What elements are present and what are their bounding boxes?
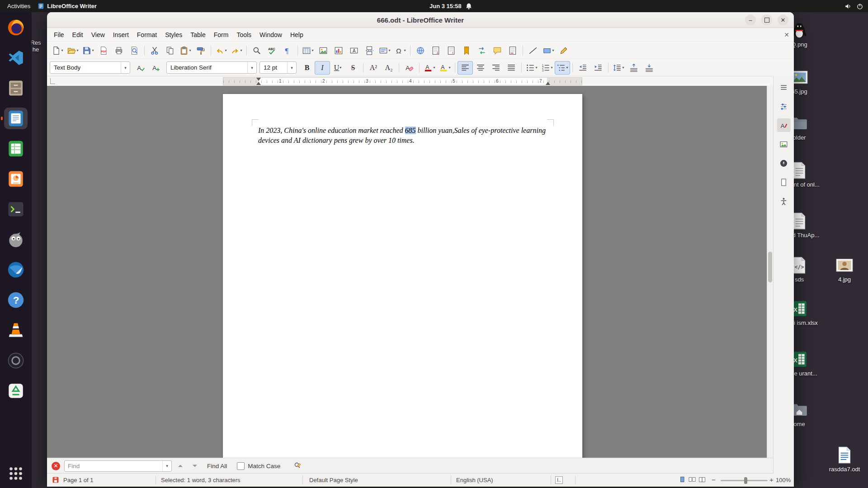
highlight-color-button[interactable]: A▾ bbox=[437, 61, 453, 75]
export-pdf-button[interactable]: PDF bbox=[96, 44, 111, 57]
scrollbar-thumb[interactable] bbox=[768, 252, 772, 282]
minimize-button[interactable]: – bbox=[745, 14, 756, 25]
redo-button[interactable]: ▾ bbox=[229, 44, 244, 57]
line-spacing-button[interactable]: ▾ bbox=[611, 61, 626, 75]
numbered-list-dropdown-arrow[interactable]: ▾ bbox=[551, 66, 552, 70]
menu-file[interactable]: File bbox=[50, 29, 68, 40]
insert-field-button[interactable]: ▾ bbox=[377, 44, 392, 57]
single-page-view-button[interactable] bbox=[678, 476, 686, 484]
font-size-select[interactable]: 12 pt▾ bbox=[259, 61, 297, 74]
dock-firefox[interactable] bbox=[4, 17, 28, 38]
activities-button[interactable]: Activities bbox=[0, 0, 38, 12]
text-language[interactable]: English (USA) bbox=[456, 477, 493, 483]
increase-indent-button[interactable] bbox=[590, 61, 606, 75]
multi-page-view-button[interactable] bbox=[688, 476, 696, 484]
insert-table-dropdown-arrow[interactable]: ▾ bbox=[311, 48, 313, 52]
print-preview-button[interactable] bbox=[127, 44, 142, 57]
dock-gimp[interactable] bbox=[4, 229, 28, 250]
zoom-in-button[interactable]: + bbox=[769, 476, 774, 483]
new-document-dropdown-arrow[interactable]: ▾ bbox=[61, 48, 63, 52]
document-page[interactable]: In 2023, China's online education market… bbox=[223, 94, 582, 458]
menu-format[interactable]: Format bbox=[133, 29, 161, 40]
titlebar[interactable]: 666.odt - LibreOffice Writer – ✕ bbox=[47, 12, 794, 28]
find-and-replace-button[interactable] bbox=[292, 460, 304, 472]
paste-dropdown-arrow[interactable]: ▾ bbox=[189, 48, 191, 52]
close-document-button[interactable]: ✕ bbox=[784, 31, 789, 38]
insert-textbox-button[interactable]: A bbox=[346, 44, 362, 57]
paragraph-style-select[interactable]: Text Body▾ bbox=[50, 61, 130, 74]
dock-thunderbird[interactable] bbox=[4, 259, 28, 281]
align-justify-button[interactable] bbox=[504, 61, 519, 75]
vertical-scrollbar[interactable] bbox=[767, 86, 773, 458]
insert-field-dropdown-arrow[interactable]: ▾ bbox=[388, 48, 390, 52]
undo-button[interactable]: ▾ bbox=[213, 44, 229, 57]
menu-edit[interactable]: Edit bbox=[68, 29, 87, 40]
align-center-button[interactable] bbox=[473, 61, 488, 75]
sidebar-styles-button[interactable]: A bbox=[777, 118, 791, 132]
print-button[interactable] bbox=[111, 44, 127, 57]
menu-tools[interactable]: Tools bbox=[232, 29, 255, 40]
font-color-dropdown-arrow[interactable]: ▾ bbox=[433, 66, 435, 70]
insert-line-button[interactable] bbox=[525, 44, 541, 57]
desktop-icon-image2[interactable]: 4.jpg bbox=[823, 256, 866, 283]
paragraph[interactable]: In 2023, China's online education market… bbox=[258, 126, 548, 145]
insert-chart-button[interactable] bbox=[331, 44, 346, 57]
menu-table[interactable]: Table bbox=[186, 29, 209, 40]
footnote-button[interactable]: 1 bbox=[428, 44, 443, 57]
clear-formatting-button[interactable]: A bbox=[401, 61, 417, 75]
cross-reference-button[interactable] bbox=[474, 44, 490, 57]
save-button[interactable]: ▾ bbox=[80, 44, 96, 57]
find-next-button[interactable] bbox=[189, 460, 201, 472]
outline-list-button[interactable]: ▾ bbox=[555, 61, 570, 75]
italic-button[interactable]: I bbox=[315, 61, 330, 75]
align-left-button[interactable] bbox=[458, 61, 473, 75]
page-style[interactable]: Default Page Style bbox=[309, 477, 358, 483]
bold-button[interactable]: B bbox=[299, 61, 315, 75]
dock-files[interactable] bbox=[4, 77, 28, 99]
sidebar-sidebar-menu-button[interactable] bbox=[777, 80, 791, 94]
open-file-dropdown-arrow[interactable]: ▾ bbox=[76, 48, 78, 52]
right-indent-marker[interactable] bbox=[546, 82, 550, 85]
underline-dropdown-arrow[interactable]: ▾ bbox=[340, 66, 341, 70]
zoom-out-button[interactable]: − bbox=[712, 476, 716, 483]
new-document-button[interactable]: ▾ bbox=[50, 44, 65, 57]
new-style-button[interactable]: A bbox=[148, 61, 164, 75]
unsaved-changes-icon[interactable] bbox=[52, 476, 60, 484]
page-count[interactable]: Page 1 of 1 bbox=[63, 477, 94, 483]
dock-help[interactable]: ? bbox=[4, 289, 28, 311]
left-indent-marker[interactable] bbox=[256, 82, 261, 85]
superscript-button[interactable]: A² bbox=[366, 61, 381, 75]
track-changes-button[interactable] bbox=[505, 44, 520, 57]
spell-check-button[interactable]: ABC bbox=[264, 44, 280, 57]
draw-functions-button[interactable] bbox=[556, 44, 571, 57]
horizontal-ruler[interactable]: 1234567 bbox=[223, 77, 582, 85]
open-file-button[interactable]: ▾ bbox=[65, 44, 80, 57]
sidebar-page-deck-button[interactable] bbox=[777, 175, 791, 189]
dock-app-dark[interactable] bbox=[4, 350, 28, 371]
clock[interactable]: Jun 3 15:58 bbox=[429, 3, 472, 10]
paste-button[interactable]: ▾ bbox=[178, 44, 193, 57]
system-tray[interactable] bbox=[844, 3, 863, 10]
menu-styles[interactable]: Styles bbox=[161, 29, 186, 40]
insert-comment-button[interactable] bbox=[490, 44, 505, 57]
update-style-button[interactable]: A bbox=[133, 61, 148, 75]
font-color-button[interactable]: A▾ bbox=[422, 61, 437, 75]
formatting-marks-button[interactable]: ¶ bbox=[280, 44, 295, 57]
zoom-level[interactable]: 100% bbox=[776, 477, 791, 483]
menu-view[interactable]: View bbox=[87, 29, 109, 40]
font-name-select[interactable]: Liberation Serif▾ bbox=[166, 61, 257, 74]
sidebar-accessibility-button[interactable] bbox=[777, 194, 791, 208]
save-dropdown-arrow[interactable]: ▾ bbox=[92, 48, 94, 52]
menu-form[interactable]: Form bbox=[210, 29, 233, 40]
undo-dropdown-arrow[interactable]: ▾ bbox=[225, 48, 226, 52]
paragraph-spacing-increase-button[interactable] bbox=[626, 61, 642, 75]
insert-table-button[interactable]: ▾ bbox=[300, 44, 316, 57]
highlight-color-dropdown-arrow[interactable]: ▾ bbox=[448, 66, 450, 70]
insert-image-button[interactable] bbox=[316, 44, 331, 57]
dock-vlc[interactable] bbox=[4, 319, 28, 341]
clone-formatting-button[interactable] bbox=[193, 44, 208, 57]
menu-window[interactable]: Window bbox=[255, 29, 286, 40]
decrease-indent-button[interactable] bbox=[575, 61, 590, 75]
sidebar-properties-button[interactable] bbox=[777, 99, 791, 113]
paragraph-spacing-decrease-button[interactable] bbox=[642, 61, 657, 75]
